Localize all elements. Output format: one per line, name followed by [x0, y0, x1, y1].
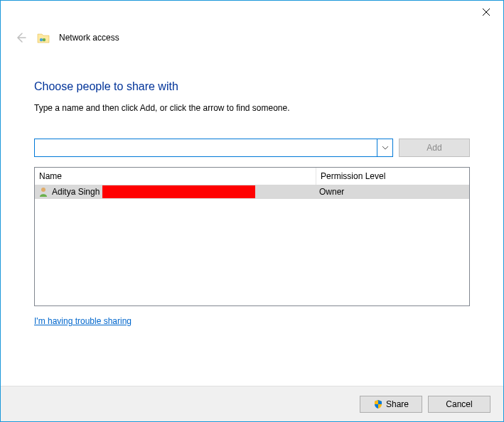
cancel-button-label: Cancel — [446, 399, 472, 409]
svg-point-1 — [43, 38, 45, 41]
column-header-name[interactable]: Name — [35, 168, 316, 185]
back-arrow-icon — [14, 31, 28, 45]
user-listview[interactable]: Name Permission Level Aditya Singh Owner — [34, 167, 470, 306]
user-name: Aditya Singh — [52, 187, 100, 197]
share-button[interactable]: Share — [360, 396, 422, 413]
name-input[interactable] — [35, 139, 377, 156]
svg-point-2 — [41, 188, 45, 192]
cancel-button[interactable]: Cancel — [428, 396, 490, 413]
trouble-sharing-link[interactable]: I'm having trouble sharing — [34, 316, 470, 326]
list-item[interactable]: Aditya Singh Owner — [35, 185, 469, 199]
column-header-permission[interactable]: Permission Level — [316, 168, 469, 185]
listview-header: Name Permission Level — [35, 168, 469, 185]
user-icon — [38, 186, 49, 198]
add-user-row: Add — [34, 139, 470, 157]
redacted-block — [102, 185, 255, 198]
dialog-footer: Share Cancel — [1, 386, 503, 421]
name-combobox[interactable] — [34, 139, 393, 157]
dialog-title: Network access — [59, 33, 119, 43]
close-icon[interactable] — [479, 5, 493, 19]
dialog-header: Network access — [1, 23, 503, 48]
add-button: Add — [399, 139, 470, 157]
shield-icon — [373, 399, 383, 409]
chevron-down-icon[interactable] — [377, 139, 392, 156]
titlebar — [1, 1, 503, 23]
user-permission: Owner — [316, 185, 469, 199]
svg-point-0 — [40, 38, 43, 41]
page-subtext: Type a name and then click Add, or click… — [34, 103, 470, 113]
network-access-dialog: Network access Choose people to share wi… — [0, 0, 504, 422]
dialog-content: Choose people to share with Type a name … — [1, 48, 503, 386]
network-folder-icon — [36, 31, 50, 45]
page-heading: Choose people to share with — [34, 80, 470, 93]
share-button-label: Share — [386, 399, 409, 409]
